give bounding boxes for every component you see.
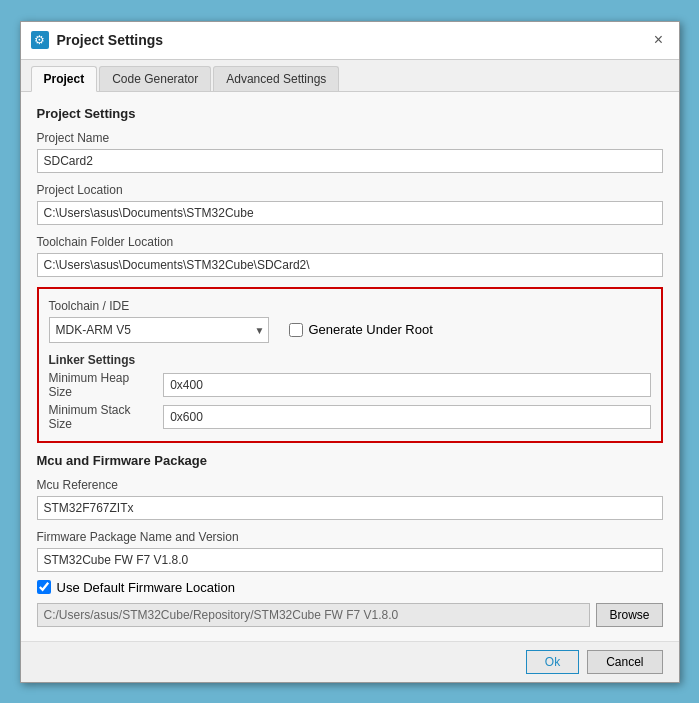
generate-under-root-group: Generate Under Root (289, 322, 433, 337)
toolchain-select[interactable]: MDK-ARM V5 STM32CubeIDE Makefile SW4STM3… (49, 317, 269, 343)
dialog-footer: Ok Cancel (21, 641, 679, 682)
close-button[interactable]: × (649, 30, 669, 50)
linker-settings-section: Linker Settings Minimum Heap Size Minimu… (49, 353, 651, 431)
toolchain-ide-section: Toolchain / IDE MDK-ARM V5 STM32CubeIDE … (37, 287, 663, 443)
firmware-pkg-input[interactable] (37, 548, 663, 572)
project-name-label: Project Name (37, 131, 663, 145)
project-location-label: Project Location (37, 183, 663, 197)
use-default-fw-checkbox[interactable] (37, 580, 51, 594)
title-bar: Project Settings × (21, 22, 679, 60)
firmware-pkg-label: Firmware Package Name and Version (37, 530, 663, 544)
min-stack-label: Minimum Stack Size (49, 403, 154, 431)
project-location-input[interactable] (37, 201, 663, 225)
min-heap-row: Minimum Heap Size (49, 371, 651, 399)
tab-advanced-settings[interactable]: Advanced Settings (213, 66, 339, 91)
project-settings-group-label: Project Settings (37, 106, 663, 121)
toolchain-folder-label: Toolchain Folder Location (37, 235, 663, 249)
use-default-fw-row: Use Default Firmware Location (37, 580, 663, 595)
tab-code-generator[interactable]: Code Generator (99, 66, 211, 91)
mcu-ref-input[interactable] (37, 496, 663, 520)
ok-button[interactable]: Ok (526, 650, 579, 674)
dialog-title: Project Settings (57, 32, 641, 48)
mcu-firmware-group-label: Mcu and Firmware Package (37, 453, 663, 468)
toolchain-row: MDK-ARM V5 STM32CubeIDE Makefile SW4STM3… (49, 317, 651, 343)
toolchain-folder-input[interactable] (37, 253, 663, 277)
project-name-input[interactable] (37, 149, 663, 173)
project-settings-dialog: Project Settings × Project Code Generato… (20, 21, 680, 683)
tab-project[interactable]: Project (31, 66, 98, 92)
tab-content-project: Project Settings Project Name Project Lo… (21, 92, 679, 641)
toolchain-select-wrap: MDK-ARM V5 STM32CubeIDE Makefile SW4STM3… (49, 317, 269, 343)
use-default-fw-label: Use Default Firmware Location (57, 580, 235, 595)
dialog-icon (31, 31, 49, 49)
min-heap-label: Minimum Heap Size (49, 371, 154, 399)
min-stack-input[interactable] (163, 405, 650, 429)
cancel-button[interactable]: Cancel (587, 650, 662, 674)
firmware-path-row: Browse (37, 603, 663, 627)
min-heap-input[interactable] (163, 373, 650, 397)
linker-settings-label: Linker Settings (49, 353, 651, 367)
toolchain-ide-label: Toolchain / IDE (49, 299, 651, 313)
firmware-path-input (37, 603, 591, 627)
generate-under-root-checkbox[interactable] (289, 323, 303, 337)
browse-button[interactable]: Browse (596, 603, 662, 627)
generate-under-root-label: Generate Under Root (309, 322, 433, 337)
mcu-ref-label: Mcu Reference (37, 478, 663, 492)
min-stack-row: Minimum Stack Size (49, 403, 651, 431)
tab-bar: Project Code Generator Advanced Settings (21, 60, 679, 92)
